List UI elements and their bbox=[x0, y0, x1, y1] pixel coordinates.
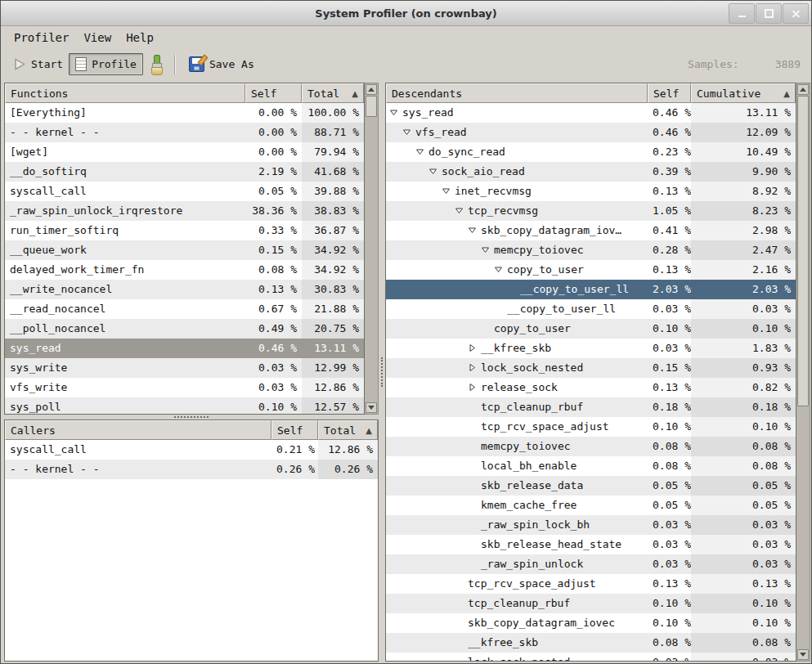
scrollbar-thumb[interactable] bbox=[797, 96, 809, 406]
menu-view[interactable]: View bbox=[80, 29, 114, 47]
expander-open-icon[interactable] bbox=[428, 162, 442, 182]
table-row[interactable]: kmem_cache_free0.05 %0.05 % bbox=[386, 496, 796, 515]
function-name-cell: [wget] bbox=[5, 142, 245, 162]
table-row[interactable]: __do_softirq2.19 %41.68 % bbox=[5, 162, 364, 182]
table-row[interactable]: skb_release_head_state0.03 %0.03 % bbox=[386, 535, 796, 554]
callers-header-name[interactable]: Callers bbox=[5, 420, 271, 440]
table-row[interactable]: skb_release_data0.05 %0.05 % bbox=[386, 476, 796, 496]
title-bar[interactable]: System Profiler (on crownbay) bbox=[1, 1, 811, 26]
table-row[interactable]: delayed_work_timer_fn0.08 %34.92 % bbox=[5, 260, 364, 280]
table-row[interactable]: tcp_cleanup_rbuf0.18 %0.18 % bbox=[386, 397, 796, 417]
scroll-down-button[interactable] bbox=[366, 402, 377, 413]
close-button[interactable] bbox=[783, 3, 809, 24]
reset-button[interactable] bbox=[143, 52, 169, 78]
table-row[interactable]: - - kernel - -0.26 %0.26 % bbox=[5, 460, 378, 479]
table-row[interactable]: tcp_cleanup_rbuf0.10 %0.10 % bbox=[386, 594, 796, 613]
table-row[interactable]: tcp_rcv_space_adjust0.13 %0.13 % bbox=[386, 574, 796, 594]
cumulative-percent-cell: 0.10 % bbox=[691, 594, 796, 613]
self-percent-cell: 0.08 % bbox=[245, 260, 302, 280]
descendants-header-self[interactable]: Self bbox=[648, 83, 691, 103]
functions-header-self[interactable]: Self bbox=[245, 83, 302, 103]
table-row[interactable]: local_bh_enable0.08 %0.08 % bbox=[386, 456, 796, 476]
table-row[interactable]: release_sock0.13 %0.82 % bbox=[386, 378, 796, 397]
expander-collapsed-icon[interactable] bbox=[468, 339, 481, 358]
expander-open-icon[interactable] bbox=[402, 123, 415, 142]
descendants-scrollbar[interactable] bbox=[796, 83, 810, 662]
table-row[interactable]: memcpy_toiovec0.08 %0.08 % bbox=[386, 437, 796, 456]
scroll-up-button[interactable] bbox=[366, 84, 377, 95]
expander-open-icon[interactable] bbox=[442, 182, 455, 201]
table-row[interactable]: __queue_work0.15 %34.92 % bbox=[5, 240, 364, 260]
profile-toggle-button[interactable]: Profile bbox=[69, 53, 143, 75]
callers-header-self[interactable]: Self bbox=[271, 420, 318, 440]
self-percent-cell: 0.13 % bbox=[648, 378, 691, 397]
table-row[interactable]: vfs_write0.03 %12.86 % bbox=[5, 378, 364, 397]
table-row[interactable]: __write_nocancel0.13 %30.83 % bbox=[5, 280, 364, 299]
table-row[interactable]: [wget]0.00 %79.94 % bbox=[5, 142, 364, 162]
menu-help[interactable]: Help bbox=[123, 29, 157, 47]
table-row[interactable]: sys_read0.46 %13.11 % bbox=[386, 103, 796, 123]
table-row[interactable]: skb_copy_datagram_iov…0.41 %2.98 % bbox=[386, 221, 796, 240]
save-as-button[interactable]: Save As bbox=[183, 53, 260, 75]
table-row[interactable]: [Everything]0.00 %100.00 % bbox=[5, 103, 364, 123]
vertical-splitter[interactable] bbox=[379, 83, 385, 662]
scroll-down-button[interactable] bbox=[797, 649, 809, 660]
table-row[interactable]: do_sync_read0.23 %10.49 % bbox=[386, 142, 796, 162]
maximize-button[interactable] bbox=[756, 3, 782, 24]
table-row[interactable]: syscall_call0.21 %12.86 % bbox=[5, 440, 378, 460]
table-row[interactable]: lock_sock_nested0.15 %0.93 % bbox=[386, 358, 796, 378]
callers-header-total[interactable]: Total▲ bbox=[318, 420, 378, 440]
table-row[interactable]: __read_nocancel0.67 %21.88 % bbox=[5, 299, 364, 319]
table-row[interactable]: memcpy_toiovec0.28 %2.47 % bbox=[386, 240, 796, 260]
functions-header-name[interactable]: Functions bbox=[5, 83, 245, 103]
expander-collapsed-icon[interactable] bbox=[468, 358, 481, 378]
table-row[interactable]: syscall_call0.05 %39.88 % bbox=[5, 182, 364, 201]
table-row[interactable]: __copy_to_user_ll2.03 %2.03 % bbox=[386, 280, 796, 299]
minimize-button[interactable] bbox=[729, 3, 755, 24]
table-row[interactable]: _raw_spin_lock_bh0.03 %0.03 % bbox=[386, 515, 796, 535]
horizontal-splitter[interactable] bbox=[4, 414, 379, 419]
table-row[interactable]: __poll_nocancel0.49 %20.75 % bbox=[5, 319, 364, 339]
table-row[interactable]: copy_to_user0.10 %0.10 % bbox=[386, 319, 796, 339]
table-row[interactable]: run_timer_softirq0.33 %36.87 % bbox=[5, 221, 364, 240]
table-row[interactable]: tcp_recvmsg1.05 %8.23 % bbox=[386, 201, 796, 221]
table-row[interactable]: __copy_to_user_ll0.03 %0.03 % bbox=[386, 299, 796, 319]
self-percent-cell: 0.10 % bbox=[245, 397, 302, 414]
table-row[interactable]: __kfree_skb0.08 %0.08 % bbox=[386, 633, 796, 653]
functions-header-total[interactable]: Total▲ bbox=[302, 83, 364, 103]
menu-profiler[interactable]: Profiler bbox=[11, 29, 72, 47]
table-row[interactable]: lock_sock_nested0.03 %0.03 % bbox=[386, 653, 796, 661]
functions-scrollbar[interactable] bbox=[365, 83, 379, 415]
scroll-up-button[interactable] bbox=[797, 84, 809, 95]
expander-open-icon[interactable] bbox=[494, 260, 507, 280]
expander-open-icon[interactable] bbox=[481, 240, 494, 260]
table-row[interactable]: _raw_spin_unlock0.03 %0.03 % bbox=[386, 554, 796, 574]
scrollbar-thumb[interactable] bbox=[366, 96, 377, 117]
table-row[interactable]: sys_write0.03 %12.99 % bbox=[5, 358, 364, 378]
expander-open-icon[interactable] bbox=[468, 221, 481, 240]
table-row[interactable]: _raw_spin_unlock_irqrestore38.36 %38.83 … bbox=[5, 201, 364, 221]
table-row[interactable]: skb_copy_datagram_iovec0.10 %0.10 % bbox=[386, 613, 796, 633]
descendants-header-name[interactable]: Descendants bbox=[386, 83, 648, 103]
table-row[interactable]: vfs_read0.46 %12.09 % bbox=[386, 123, 796, 142]
descendants-header-cumulative[interactable]: Cumulative▲ bbox=[691, 83, 796, 103]
expander-collapsed-icon[interactable] bbox=[468, 378, 481, 397]
table-row[interactable]: copy_to_user0.13 %2.16 % bbox=[386, 260, 796, 280]
table-row[interactable]: tcp_rcv_space_adjust0.10 %0.10 % bbox=[386, 417, 796, 437]
expander-open-icon[interactable] bbox=[415, 142, 428, 162]
table-row[interactable]: __kfree_skb0.03 %1.83 % bbox=[386, 339, 796, 358]
save-icon bbox=[189, 56, 204, 72]
sort-ascending-icon: ▲ bbox=[361, 426, 372, 435]
table-row[interactable]: inet_recvmsg0.13 %8.92 % bbox=[386, 182, 796, 201]
start-button[interactable]: Start bbox=[7, 54, 69, 74]
expander-open-icon[interactable] bbox=[389, 103, 402, 123]
self-percent-cell: 2.03 % bbox=[648, 280, 691, 299]
table-row[interactable]: sys_read0.46 %13.11 % bbox=[5, 339, 364, 358]
table-row[interactable]: sys_poll0.10 %12.57 % bbox=[5, 397, 364, 414]
table-row[interactable]: sock_aio_read0.39 %9.90 % bbox=[386, 162, 796, 182]
total-percent-cell: 30.83 % bbox=[302, 280, 364, 299]
expander-spacer bbox=[494, 299, 507, 319]
expander-open-icon[interactable] bbox=[455, 201, 468, 221]
table-row[interactable]: - - kernel - -0.00 %88.71 % bbox=[5, 123, 364, 142]
self-percent-cell: 0.03 % bbox=[648, 653, 691, 661]
